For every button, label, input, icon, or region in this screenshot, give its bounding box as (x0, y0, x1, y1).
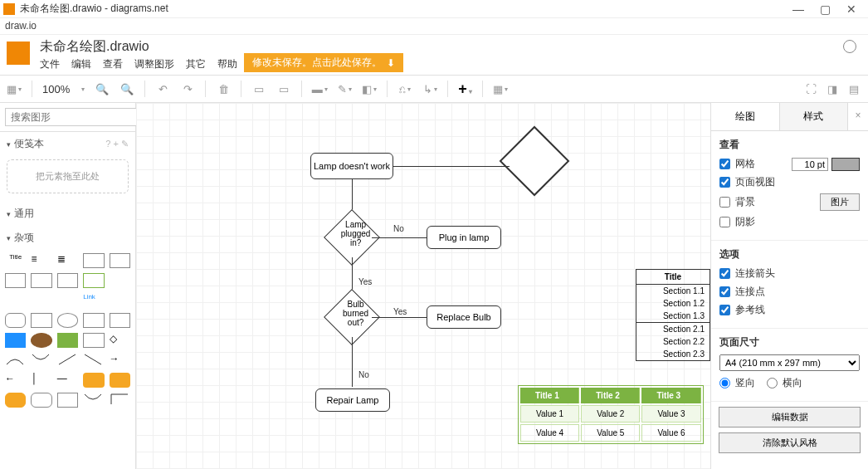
shape-rect[interactable] (31, 313, 51, 328)
shape-text[interactable]: Title (5, 253, 26, 268)
radio-landscape[interactable]: 横向 (767, 376, 802, 390)
menu-help[interactable]: 帮助 (217, 57, 237, 71)
check-points[interactable]: 连接点 (719, 285, 860, 299)
shape-rect3[interactable] (110, 313, 130, 328)
waypoint-icon[interactable]: ↳▾ (422, 81, 437, 96)
view-icon[interactable]: ▦▾ (7, 81, 22, 96)
menu-view[interactable]: 查看 (103, 57, 123, 71)
shape-line1[interactable] (57, 353, 78, 368)
node-replace[interactable]: Replace Bulb (427, 305, 501, 329)
scratchpad-dropzone[interactable]: 把元素拖至此处 (7, 159, 129, 193)
check-grid[interactable]: 网格 (719, 157, 860, 171)
shape-small2[interactable] (31, 293, 51, 308)
scratchpad-hints[interactable]: ? + ✎ (105, 139, 129, 149)
shape-grid[interactable] (5, 273, 26, 288)
shape-list[interactable]: ≡ (31, 253, 51, 268)
shape-vline[interactable]: │ (31, 373, 51, 388)
zoom-in-icon[interactable]: 🔍 (95, 81, 110, 96)
doc-name[interactable]: 未命名绘图.drawio (40, 38, 237, 56)
clear-default-button[interactable]: 清除默认风格 (719, 432, 860, 453)
menu-arrange[interactable]: 调整图形 (134, 57, 174, 71)
format-icon[interactable]: ◨ (825, 81, 840, 96)
shape-hline[interactable]: — (57, 373, 78, 388)
tab-style[interactable]: 样式 (780, 103, 849, 130)
shape-grid2[interactable] (31, 273, 51, 288)
shape-arrow1[interactable]: → (110, 353, 130, 368)
edge-start-diamond[interactable] (393, 166, 510, 167)
shape-rounded[interactable] (5, 313, 26, 328)
shape-brown[interactable] (31, 333, 51, 348)
maximize-button[interactable]: ▢ (812, 2, 838, 16)
shape-gear1[interactable] (83, 373, 104, 388)
check-guides[interactable]: 参考线 (719, 303, 860, 317)
node-start[interactable]: Lamp doesn't work (310, 153, 393, 179)
node-repair[interactable]: Repair Lamp (315, 388, 390, 412)
edit-data-button[interactable]: 编辑数据 (719, 407, 860, 427)
front-icon[interactable]: ▭ (251, 81, 266, 96)
general-header[interactable]: 通用 (0, 202, 135, 226)
shape-rect4[interactable] (57, 393, 78, 408)
scratchpad-header[interactable]: 便笺本 ? + ✎ (0, 132, 135, 156)
language-icon[interactable] (843, 40, 856, 53)
menu-file[interactable]: 文件 (40, 57, 60, 71)
check-shadow[interactable]: 阴影 (719, 215, 860, 229)
zoom-level[interactable]: 100% (42, 83, 70, 95)
shape-corner[interactable] (110, 393, 130, 408)
edge-bulb-yes[interactable] (372, 317, 427, 318)
shape-green-table[interactable] (83, 273, 104, 288)
shape-curve3[interactable] (83, 393, 104, 408)
outline-icon[interactable]: ▤ (846, 81, 861, 96)
canvas-table2[interactable]: Title 1Title 2Title 3 Value 1Value 2Valu… (518, 385, 704, 444)
close-button[interactable]: ✕ (838, 2, 865, 16)
minimize-button[interactable]: — (785, 2, 812, 16)
fullscreen-icon[interactable]: ⛶ (803, 81, 818, 96)
shape-rect2[interactable] (83, 313, 104, 328)
shape-blue[interactable] (5, 333, 26, 348)
paper-select[interactable]: A4 (210 mm x 297 mm) (719, 354, 860, 371)
canvas-table1[interactable]: Title Section 1.1 Section 1.2 Section 1.… (636, 269, 710, 361)
misc-header[interactable]: 杂项 (0, 226, 135, 250)
shadow-icon[interactable]: ◧▾ (362, 81, 377, 96)
image-button[interactable]: 图片 (820, 193, 860, 211)
tab-diagram[interactable]: 绘图 (711, 103, 780, 130)
table-icon[interactable]: ▦▾ (493, 81, 508, 96)
grid-size-input[interactable] (792, 158, 828, 171)
zoom-out-icon[interactable]: 🔍 (119, 81, 134, 96)
shape-cube[interactable] (83, 333, 104, 348)
node-plug[interactable]: Plug in lamp (427, 226, 501, 249)
shape-gear2[interactable] (110, 373, 130, 388)
check-pageview[interactable]: 页面视图 (719, 175, 860, 189)
shape-arrow2[interactable]: ← (5, 373, 26, 388)
check-background[interactable]: 背景 图片 (719, 193, 860, 211)
shape-small1[interactable] (5, 293, 26, 308)
menu-extras[interactable]: 其它 (186, 57, 206, 71)
shape-table[interactable] (83, 253, 104, 268)
canvas[interactable]: Lamp doesn't work Lamp plugged in? No Pl… (136, 103, 710, 469)
menu-edit[interactable]: 编辑 (71, 57, 91, 71)
edge-down3[interactable] (352, 337, 353, 387)
shape-green[interactable] (57, 333, 78, 348)
shape-small3[interactable] (57, 293, 78, 308)
grid-color-swatch[interactable] (831, 158, 860, 171)
shape-table2[interactable] (110, 253, 130, 268)
check-arrows[interactable]: 连接箭头 (719, 266, 860, 281)
shape-grid3[interactable] (57, 273, 78, 288)
delete-icon[interactable]: 🗑 (216, 81, 231, 96)
node-selected-diamond[interactable] (500, 126, 570, 197)
panel-close-icon[interactable]: × (848, 103, 868, 130)
shape-ellipse[interactable] (57, 313, 78, 328)
shape-line2[interactable] (83, 353, 104, 368)
radio-portrait[interactable]: 竖向 (719, 376, 755, 390)
shape-orange[interactable] (5, 393, 26, 408)
insert-icon[interactable]: +▾ (458, 81, 472, 98)
shape-curve2[interactable] (31, 353, 51, 368)
shape-list2[interactable]: ≣ (57, 253, 78, 268)
back-icon[interactable]: ▭ (276, 81, 291, 96)
shape-blank[interactable] (110, 273, 130, 288)
drawio-logo-icon[interactable] (7, 42, 30, 65)
edge-plugged-no[interactable] (372, 237, 427, 238)
shape-vartext[interactable] (110, 293, 130, 308)
connection-icon[interactable]: ⎌▾ (397, 81, 412, 96)
shape-link[interactable]: Link (83, 293, 104, 308)
line-icon[interactable]: ✎▾ (337, 81, 352, 96)
